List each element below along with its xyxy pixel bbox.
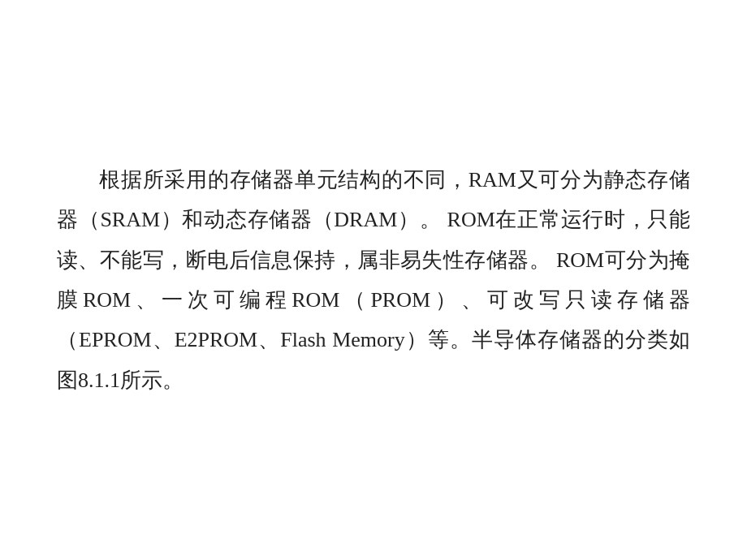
main-paragraph: 根据所采用的存储器单元结构的不同，RAM又可分为静态存储器（SRAM）和动态存储… [57,160,690,400]
slide-container: 根据所采用的存储器单元结构的不同，RAM又可分为静态存储器（SRAM）和动态存储… [0,0,747,560]
content-area: 根据所采用的存储器单元结构的不同，RAM又可分为静态存储器（SRAM）和动态存储… [57,160,690,400]
